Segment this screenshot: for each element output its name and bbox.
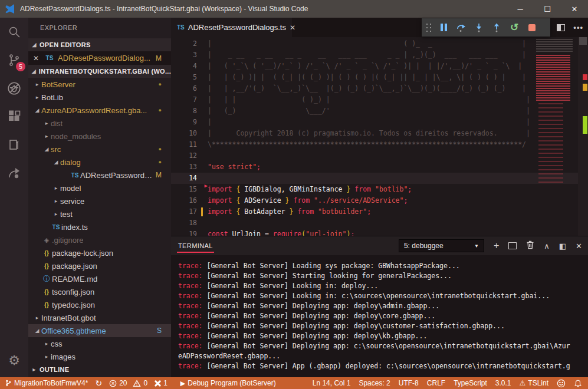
problems-status[interactable]: 20 0 [109, 379, 147, 387]
sync-status[interactable]: ↻ [95, 379, 102, 387]
line-number-9[interactable]: 9 [171, 117, 208, 128]
tree-item-model[interactable]: ▸model [28, 182, 171, 194]
kill-terminal-icon[interactable] [526, 240, 534, 251]
restart-button[interactable]: ↺ [507, 20, 522, 35]
tree-item-dialog[interactable]: ◢dialog● [28, 156, 171, 169]
language-status[interactable]: TypeScript [454, 379, 487, 387]
editor-scrollbar[interactable] [578, 37, 588, 236]
code-line-4[interactable]: | ( '_`\ ( '__)/'_` ) /'_ `\ /' _ ` _ `\… [208, 61, 588, 72]
tree-item-package-lock-json[interactable]: {}package-lock.json [28, 246, 171, 259]
minimap[interactable] [534, 37, 578, 236]
tree-item-package-json[interactable]: {}package.json [28, 259, 171, 272]
terminal-dropdown[interactable]: 5: debuggee ▼ [399, 239, 484, 252]
line-number-13[interactable]: 13 [171, 161, 208, 173]
tree-item-botserver[interactable]: ▸BotServer● [28, 78, 171, 91]
code-line-9[interactable]: | | [208, 117, 588, 128]
tree-item-botlib[interactable]: ▸BotLib [28, 91, 171, 104]
line-number-12[interactable]: 12 [171, 150, 208, 161]
code-line-11[interactable]: \***************************************… [208, 139, 588, 150]
minimize-button[interactable]: ─ [507, 0, 534, 18]
step-out-button[interactable] [489, 20, 504, 35]
open-editor-item[interactable]: ✕TSADResetPasswordDialog...M [28, 51, 171, 65]
panel-position-icon[interactable]: ◧ [559, 242, 566, 250]
drag-handle-icon[interactable] [425, 22, 432, 33]
tree-item-node-modules[interactable]: ▸node_modules [28, 130, 171, 143]
line-number-7[interactable]: 7 [171, 94, 208, 106]
debug-icon[interactable] [0, 74, 28, 103]
code-line-6[interactable]: | | ,__/'(_) `\__,_)`\__ |(_) (_) (_)`\_… [208, 83, 588, 94]
line-number-18[interactable]: 18 [171, 217, 208, 229]
git-branch-status[interactable]: MigrationToBotFmwV4* [5, 379, 88, 387]
split-terminal-icon[interactable] [508, 242, 517, 249]
code-line-17[interactable]: import { BotAdapter } from "botbuilder"; [208, 206, 588, 217]
extensions-icon[interactable] [0, 103, 28, 131]
line-number-11[interactable]: 11 [171, 139, 208, 150]
search-icon[interactable] [0, 18, 28, 46]
feedback-smiley-icon[interactable] [557, 379, 566, 388]
indentation-status[interactable]: Spaces: 2 [359, 379, 390, 387]
tasks-status[interactable]: 1 [155, 379, 167, 387]
maximize-button[interactable]: ☐ [534, 0, 561, 18]
terminal-tab[interactable]: TERMINAL [177, 239, 214, 253]
tree-item-typedoc-json[interactable]: {}typedoc.json [28, 298, 171, 311]
cursor-position-status[interactable]: Ln 14, Col 1 [313, 379, 351, 387]
line-number-6[interactable]: 6 [171, 83, 208, 94]
code-line-19[interactable]: const UrlJoin = require("url-join"); [208, 229, 588, 236]
line-number-8[interactable]: 8 [171, 106, 208, 117]
step-into-button[interactable] [471, 20, 487, 35]
terminal-output[interactable]: trace: [General Bot Server] Loading sys … [171, 255, 588, 378]
code-line-8[interactable]: | (_) \___/' | [208, 106, 588, 117]
debug-launch-status[interactable]: ▶ Debug Program (BotServer) [180, 379, 276, 387]
tree-item-images[interactable]: ▸images [28, 350, 171, 363]
line-number-10[interactable]: 10 [171, 128, 208, 139]
code-line-2[interactable]: | ( )_ _ | [208, 38, 588, 50]
tree-item-service[interactable]: ▸service [28, 194, 171, 207]
code-editor[interactable]: 23456789101112131415▶16171819 | ( )_ _ |… [171, 37, 588, 236]
maximize-panel-icon[interactable]: ∧ [544, 242, 550, 250]
notifications-bell-icon[interactable] [574, 379, 582, 388]
pause-button[interactable] [436, 20, 451, 35]
line-number-3[interactable]: 3 [171, 50, 208, 61]
code-line-3[interactable]: | _ __ _ __ __ _ __ ___ ___ _ _ | ,_)(_)… [208, 50, 588, 61]
tab-close-icon[interactable]: ✕ [290, 24, 295, 32]
code-line-16[interactable]: import { ADService } from "../service/AD… [208, 195, 588, 206]
encoding-status[interactable]: UTF-8 [399, 379, 419, 387]
code-line-7[interactable]: | | | ( )_) | | [208, 94, 588, 106]
line-number-15[interactable]: 15▶ [171, 184, 208, 195]
tslint-status[interactable]: ⚠ TSLint [520, 379, 548, 387]
scrollbar-thumb[interactable] [579, 37, 587, 45]
code-line-12[interactable] [208, 150, 588, 161]
line-number-14[interactable]: 14 [171, 173, 208, 184]
tree-item-css[interactable]: ▸css [28, 337, 171, 350]
tree-item-test[interactable]: ▸test [28, 207, 171, 220]
outline-header[interactable]: ▸ OUTLINE [28, 363, 171, 376]
code-line-13[interactable]: "use strict"; [208, 161, 588, 173]
tree-item-office365-gbtheme[interactable]: ◢Office365.gbthemeS [28, 324, 171, 337]
ts-version-status[interactable]: 3.0.1 [495, 379, 511, 387]
tab-adresetpassworddialogs[interactable]: TS ADResetPasswordDialogs.ts ✕ [171, 18, 292, 37]
line-number-17[interactable]: 17 [171, 206, 208, 217]
line-number-5[interactable]: 5 [171, 72, 208, 83]
settings-gear-icon[interactable]: ⚙ [0, 350, 28, 371]
documents-icon[interactable] [0, 131, 28, 159]
tree-item-adresetpassworddial-[interactable]: TSADResetPasswordDial...M [28, 169, 171, 182]
split-editor-icon[interactable] [557, 24, 565, 31]
step-over-button[interactable] [454, 20, 469, 35]
eol-status[interactable]: CRLF [427, 379, 445, 387]
code-line-10[interactable]: | Copyright 2018 (c) pragmatismo.io. Tod… [208, 128, 588, 139]
line-number-19[interactable]: 19 [171, 229, 208, 236]
new-terminal-icon[interactable]: + [494, 241, 499, 250]
close-button[interactable]: ✕ [561, 0, 588, 18]
line-number-4[interactable]: 4 [171, 61, 208, 72]
code-line-5[interactable]: | | (_) )| | ( (_| |( (_) )| ( ) ( ) |( … [208, 72, 588, 83]
share-icon[interactable] [0, 159, 28, 187]
code-line-15[interactable]: import { IGBDialog, GBMinInstance } from… [208, 184, 588, 195]
line-number-2[interactable]: 2 [171, 38, 208, 50]
tree-item-intranetbot-gbot[interactable]: ▸IntranetBot.gbot [28, 311, 171, 324]
close-panel-icon[interactable]: ✕ [576, 242, 582, 250]
tree-item-src[interactable]: ◢src● [28, 143, 171, 156]
line-number-16[interactable]: 16 [171, 195, 208, 206]
code-line-18[interactable] [208, 217, 588, 229]
tree-item--gitignore[interactable]: ◈.gitignore [28, 233, 171, 246]
tree-item-dist[interactable]: ▸dist [28, 117, 171, 130]
